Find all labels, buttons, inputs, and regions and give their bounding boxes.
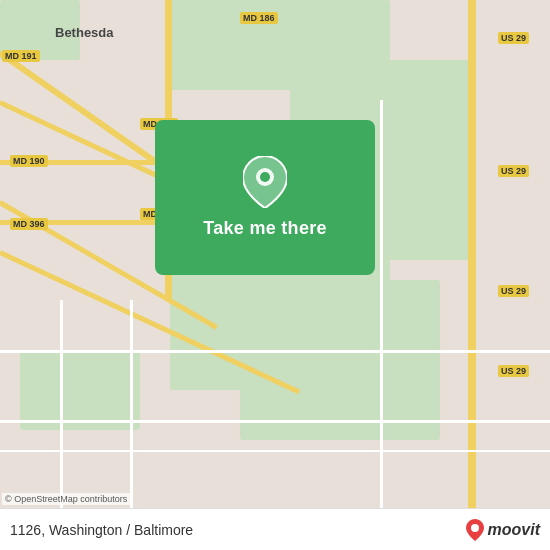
- location-text: 1126, Washington / Baltimore: [10, 522, 193, 538]
- road-label-us29-4: US 29: [498, 365, 529, 377]
- svg-point-2: [471, 524, 479, 532]
- location-pin-icon: [243, 156, 287, 208]
- osm-attribution: © OpenStreetMap contributors: [2, 493, 130, 505]
- road-label-us29-1: US 29: [498, 32, 529, 44]
- road-vertical-2: [60, 300, 63, 510]
- road-vertical-1: [380, 100, 383, 550]
- cta-button[interactable]: Take me there: [155, 120, 375, 275]
- road-label-md191: MD 191: [2, 50, 40, 62]
- svg-point-1: [260, 172, 270, 182]
- moovit-brand-name: moovit: [488, 521, 540, 539]
- green-area-south: [240, 280, 440, 440]
- moovit-logo: moovit: [466, 519, 540, 541]
- road-label-us29-3: US 29: [498, 285, 529, 297]
- map-container: Bethesda MD 186 US 29 US 29 US 29 US 29 …: [0, 0, 550, 550]
- road-horizontal-3: [0, 450, 550, 452]
- road-label-md186: MD 186: [240, 12, 278, 24]
- green-area-sw: [20, 350, 140, 430]
- road-vertical-3: [130, 300, 133, 510]
- city-label-bethesda: Bethesda: [55, 25, 114, 40]
- cta-text: Take me there: [203, 218, 327, 239]
- road-us29-vertical: [468, 0, 476, 510]
- road-horizontal-2: [0, 420, 550, 423]
- bottom-bar: 1126, Washington / Baltimore moovit: [0, 508, 550, 550]
- road-label-us29-2: US 29: [498, 165, 529, 177]
- road-horizontal-1: [0, 350, 550, 353]
- moovit-pin-icon: [466, 519, 484, 541]
- road-label-md396: MD 396: [10, 218, 48, 230]
- road-label-md190: MD 190: [10, 155, 48, 167]
